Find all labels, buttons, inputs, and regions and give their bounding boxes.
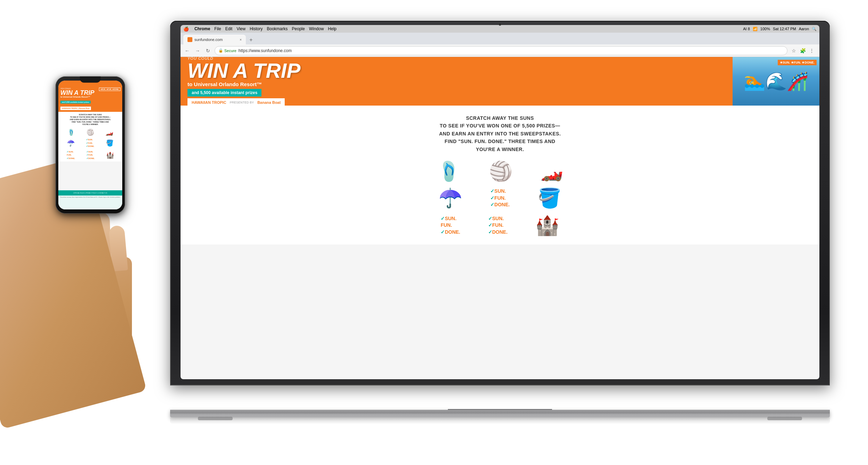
main-content-area: SCRATCH AWAY THE SUNS TO SEE IF YOU'VE W…	[181, 106, 819, 244]
hawaiian-tropic-logo: HAWAIIAN TROPIC	[192, 100, 226, 105]
file-menu[interactable]: File	[214, 26, 221, 31]
phone-fine-print: No purchase necessary. Open to legal res…	[58, 196, 122, 209]
people-menu[interactable]: People	[292, 26, 305, 31]
clock: Sat 12:47 PM	[773, 27, 796, 31]
phone-icons-row-3: ✓SUN. FUN. ✓DONE. ✓SUN. ✓FUN. ✓DONE. 🏰	[58, 149, 122, 161]
laptop-base-body	[170, 410, 830, 417]
forward-button[interactable]: →	[194, 47, 201, 55]
icon-sandcastle: 🏰	[535, 216, 559, 235]
phone-footer[interactable]: OFFICIAL RULES | PRIVACY POLICY | CONTAC…	[58, 190, 122, 196]
flip-flops-icon: 🩴	[437, 162, 461, 181]
website-content: YOU COULD WIN A TRIP to Universal Orland…	[181, 57, 819, 379]
icon-bucket: 🪣	[537, 189, 561, 208]
sfd-badge: ★SUN. ★FUN. ★DONE.	[778, 60, 817, 65]
phone-icons-row-1: 🩴 🏐 🏎️	[58, 127, 122, 137]
back-button[interactable]: ←	[183, 47, 191, 55]
icons-row-1: 🩴 🏐 🏎️	[201, 162, 799, 181]
phone-result-1: ✓SUN. ✓FUN. ✓DONE.	[86, 138, 94, 148]
laptop-screen-bezel: 🍎 Chrome File Edit View History Bookmark…	[181, 25, 819, 379]
icon-flip-flops: 🩴	[437, 162, 461, 181]
phone-device: ★SUN. ★FUN. ★DONE. YOU COULD WIN A TRIP …	[56, 76, 125, 214]
browser-tab-bar: sunfundone.com × +	[181, 33, 819, 44]
active-browser-tab[interactable]: sunfundone.com ×	[183, 35, 246, 44]
apple-menu[interactable]: 🍎	[183, 26, 189, 32]
window-menu[interactable]: Window	[309, 26, 324, 31]
refresh-button[interactable]: ↻	[204, 47, 212, 55]
presented-by-label: PRESENTED BY	[230, 101, 254, 104]
extensions-icon[interactable]: 🧩	[799, 47, 806, 54]
phone-icon-sandcastle: 🏰	[106, 151, 114, 159]
hero-sponsors: HAWAIIAN TROPIC PRESENTED BY Banana Boat	[187, 98, 285, 107]
scratch-instruction: SCRATCH AWAY THE SUNS TO SEE IF YOU'VE W…	[201, 114, 799, 153]
tab-close-button[interactable]: ×	[240, 38, 242, 42]
macos-right-status: AI 8 📶 100% Sat 12:47 PM Aaron 🔍	[743, 27, 817, 31]
laptop-base	[170, 406, 830, 424]
phone-sfd-badge: ★SUN. ★FUN. ★DONE.	[99, 88, 120, 91]
result-1: ✓SUN. ✓FUN. ✓DONE.	[490, 188, 510, 208]
wifi-icon: 📶	[753, 27, 758, 31]
search-icon[interactable]: 🔍	[812, 27, 817, 31]
laptop-device: 🍎 Chrome File Edit View History Bookmark…	[170, 21, 830, 424]
icons-row-3: ✓SUN. FUN. ✓DONE. ✓SUN. ✓FUN. ✓DONE.	[201, 215, 799, 236]
result-label-2: ✓SUN. FUN. ✓DONE.	[441, 215, 460, 236]
phone-icon-car: 🏎️	[106, 128, 113, 136]
toolbar-right: ☆ 🧩 ⋮	[790, 47, 817, 54]
battery-icon: AI 8	[743, 27, 750, 31]
phone-icon-bucket: 🪣	[106, 139, 114, 147]
bookmark-icon[interactable]: ☆	[790, 47, 797, 54]
history-menu[interactable]: History	[250, 26, 262, 31]
phone-header-banner: ★SUN. ★FUN. ★DONE. YOU COULD WIN A TRIP …	[58, 81, 122, 112]
hero-win-a-trip: WIN A TRIP	[187, 60, 726, 81]
icons-row-2: ☂️ ✓SUN. ✓FUN. ✓DONE. 🪣	[201, 188, 799, 208]
hero-to-resort: to Universal Orlando Resort™	[187, 81, 726, 87]
phone-notch	[80, 76, 101, 83]
view-menu[interactable]: View	[236, 26, 245, 31]
phone-scratch-instruction: SCRATCH AWAY THE SUNS TO SEE IF YOU'VE W…	[58, 112, 122, 127]
phone-icons-row-2: ☂️ ✓SUN. ✓FUN. ✓DONE. 🪣	[58, 137, 122, 149]
phone-screen: ★SUN. ★FUN. ★DONE. YOU COULD WIN A TRIP …	[58, 81, 122, 209]
car-icon: 🏎️	[541, 162, 563, 180]
sandcastle-icon: 🏰	[535, 216, 559, 235]
bookmarks-menu[interactable]: Bookmarks	[267, 26, 288, 31]
phone-icon-beachball: 🏐	[86, 128, 94, 136]
tab-favicon	[187, 37, 192, 42]
banana-boat-logo: Banana Boat	[257, 100, 281, 105]
help-menu[interactable]: Help	[328, 26, 337, 31]
user-name: Aaron	[799, 27, 809, 31]
phone-body: ★SUN. ★FUN. ★DONE. YOU COULD WIN A TRIP …	[56, 76, 125, 214]
laptop-lid: 🍎 Chrome File Edit View History Bookmark…	[170, 21, 830, 385]
hero-prizes: and 5,500 available instant prizes	[187, 89, 261, 97]
url-text: https://www.sunfundone.com	[239, 48, 292, 53]
result-label-3: ✓SUN. ✓FUN. ✓DONE.	[488, 215, 508, 236]
icon-car: 🏎️	[541, 162, 563, 180]
hero-banner: YOU COULD WIN A TRIP to Universal Orland…	[181, 57, 819, 106]
beach-ball-icon: 🏐	[489, 162, 513, 181]
icon-beach-ball: 🏐	[489, 162, 513, 181]
phone-icon-umbrella: ☂️	[67, 139, 75, 147]
bucket-icon: 🪣	[537, 189, 561, 208]
phone-icon-flipflops: 🩴	[67, 128, 75, 136]
tab-title: sunfundone.com	[194, 38, 223, 42]
edit-menu[interactable]: Edit	[225, 26, 233, 31]
result-label-1: ✓SUN. ✓FUN. ✓DONE.	[490, 188, 510, 208]
macos-menubar: 🍎 Chrome File Edit View History Bookmark…	[181, 25, 819, 33]
app-name[interactable]: Chrome	[194, 26, 210, 31]
phone-result-3: ✓SUN. ✓FUN. ✓DONE.	[86, 150, 95, 160]
phone-result-2: ✓SUN. FUN. ✓DONE.	[67, 150, 75, 160]
hero-left: YOU COULD WIN A TRIP to Universal Orland…	[181, 57, 733, 106]
hero-right: ★SUN. ★FUN. ★DONE. 🏊🌊🎢	[733, 57, 819, 106]
address-bar-row: ← → ↻ 🔒 Secure https://www.sunfundone.co…	[181, 44, 819, 57]
new-tab-button[interactable]: +	[247, 35, 256, 44]
hand-phone-container: ★SUN. ★FUN. ★DONE. YOU COULD WIN A TRIP …	[0, 63, 156, 410]
address-bar[interactable]: 🔒 Secure https://www.sunfundone.com	[215, 46, 787, 55]
secure-badge: 🔒 Secure	[218, 48, 236, 53]
laptop-camera	[499, 23, 501, 26]
result-3: ✓SUN. ✓FUN. ✓DONE.	[488, 215, 508, 236]
battery-percent: 100%	[760, 27, 770, 31]
result-2: ✓SUN. FUN. ✓DONE.	[441, 215, 460, 236]
umbrella-icon: ☂️	[439, 189, 462, 208]
laptop-reflection	[170, 417, 830, 424]
more-icon[interactable]: ⋮	[808, 47, 815, 54]
icon-umbrella: ☂️	[439, 189, 462, 208]
